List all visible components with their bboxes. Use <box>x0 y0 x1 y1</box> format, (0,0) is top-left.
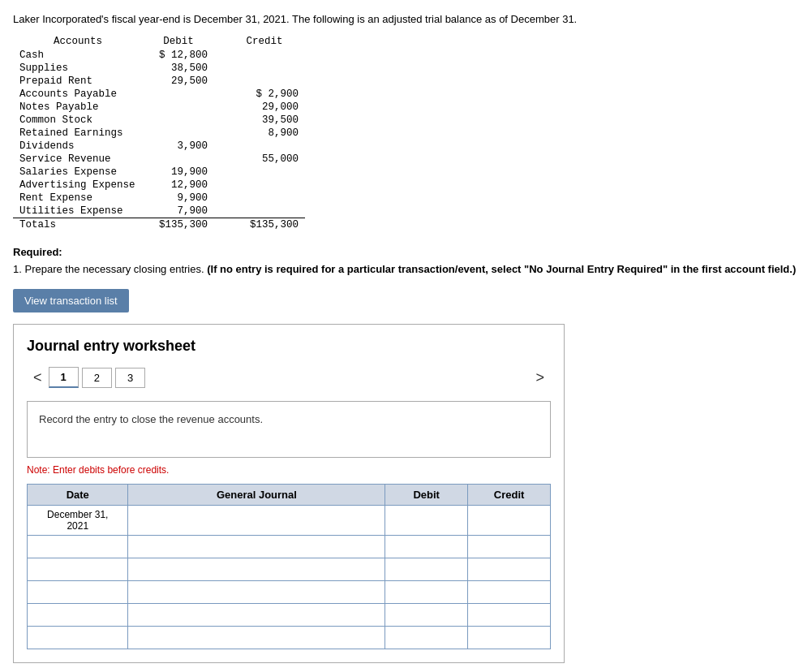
trial-balance-debit <box>143 153 224 166</box>
general-journal-column-header: General Journal <box>128 484 385 505</box>
trial-balance-account: Supplies <box>13 62 143 75</box>
date-column-header: Date <box>28 484 128 505</box>
trial-balance-credit <box>224 192 305 205</box>
journal-debit-cell[interactable] <box>385 535 468 558</box>
trial-balance-total-debit: $135,300 <box>143 218 224 232</box>
tab-navigation: < 1 2 3 > <box>27 366 551 390</box>
credit-input[interactable] <box>468 558 550 580</box>
general-journal-input[interactable] <box>128 536 385 558</box>
instruction-box: Record the entry to close the revenue ac… <box>27 401 551 458</box>
trial-balance-credit <box>224 62 305 75</box>
journal-debit-cell[interactable] <box>385 580 468 603</box>
debit-header: Debit <box>143 35 224 49</box>
trial-balance-debit <box>143 127 224 140</box>
debit-input[interactable] <box>385 581 467 603</box>
journal-debit-cell[interactable] <box>385 603 468 626</box>
trial-balance-credit: 39,500 <box>224 114 305 127</box>
tab-3[interactable]: 3 <box>115 368 145 388</box>
trial-balance-account: Cash <box>13 49 143 62</box>
journal-credit-cell[interactable] <box>468 580 551 603</box>
trial-balance-credit: 55,000 <box>224 153 305 166</box>
debit-input[interactable] <box>385 506 467 535</box>
required-section: Required: 1. Prepare the necessary closi… <box>13 246 799 278</box>
journal-credit-cell[interactable] <box>468 535 551 558</box>
trial-balance-credit <box>224 75 305 88</box>
trial-balance-account: Service Revenue <box>13 153 143 166</box>
journal-date-cell <box>28 535 128 558</box>
credit-column-header: Credit <box>468 484 551 505</box>
intro-text: Laker Incorporated's fiscal year-end is … <box>13 13 799 25</box>
debit-input[interactable] <box>385 604 467 626</box>
journal-date-cell <box>28 603 128 626</box>
journal-credit-cell[interactable] <box>468 505 551 535</box>
general-journal-input[interactable] <box>128 581 385 603</box>
instruction-text-content: Record the entry to close the revenue ac… <box>39 413 263 425</box>
journal-date-cell <box>28 558 128 580</box>
journal-debit-cell[interactable] <box>385 558 468 580</box>
trial-balance-credit <box>224 179 305 192</box>
account-header: Accounts <box>13 35 143 49</box>
trial-balance-debit: 7,900 <box>143 205 224 218</box>
debit-input[interactable] <box>385 627 467 649</box>
trial-balance-debit: 9,900 <box>143 192 224 205</box>
view-transaction-button[interactable]: View transaction list <box>13 289 129 312</box>
general-journal-input[interactable] <box>128 627 385 649</box>
general-journal-input[interactable] <box>128 506 385 535</box>
tab-1[interactable]: 1 <box>49 367 79 388</box>
instruction-bold: (If no entry is required for a particula… <box>207 263 796 275</box>
required-label: Required: <box>13 246 799 258</box>
worksheet-container: Journal entry worksheet < 1 2 3 > Record… <box>13 324 565 663</box>
tab-next-button[interactable]: > <box>529 366 551 390</box>
trial-balance-credit <box>224 140 305 153</box>
debit-input[interactable] <box>385 536 467 558</box>
trial-balance-debit: 12,900 <box>143 179 224 192</box>
trial-balance-credit <box>224 166 305 179</box>
trial-balance-account: Rent Expense <box>13 192 143 205</box>
note-text: Note: Enter debits before credits. <box>27 464 551 476</box>
trial-balance-credit <box>224 205 305 218</box>
journal-debit-cell[interactable] <box>385 505 468 535</box>
journal-credit-cell[interactable] <box>468 558 551 580</box>
journal-date-cell <box>28 626 128 649</box>
trial-balance-account: Prepaid Rent <box>13 75 143 88</box>
debit-input[interactable] <box>385 558 467 580</box>
credit-input[interactable] <box>468 581 550 603</box>
credit-input[interactable] <box>468 604 550 626</box>
trial-balance-credit: 8,900 <box>224 127 305 140</box>
journal-general-journal-cell[interactable] <box>128 603 385 626</box>
instruction-main: Prepare the necessary closing entries. <box>24 263 204 275</box>
worksheet-title: Journal entry worksheet <box>27 338 551 355</box>
trial-balance-credit: $ 2,900 <box>224 88 305 101</box>
journal-general-journal-cell[interactable] <box>128 535 385 558</box>
credit-input[interactable] <box>468 627 550 649</box>
journal-credit-cell[interactable] <box>468 626 551 649</box>
tab-prev-button[interactable]: < <box>27 366 49 390</box>
tab-2[interactable]: 2 <box>82 368 112 388</box>
journal-general-journal-cell[interactable] <box>128 580 385 603</box>
general-journal-input[interactable] <box>128 558 385 580</box>
journal-general-journal-cell[interactable] <box>128 558 385 580</box>
debit-column-header: Debit <box>385 484 468 505</box>
trial-balance-account: Utilities Expense <box>13 205 143 218</box>
journal-credit-cell[interactable] <box>468 603 551 626</box>
trial-balance-debit <box>143 114 224 127</box>
journal-general-journal-cell[interactable] <box>128 505 385 535</box>
journal-debit-cell[interactable] <box>385 626 468 649</box>
journal-general-journal-cell[interactable] <box>128 626 385 649</box>
trial-balance-debit: 19,900 <box>143 166 224 179</box>
trial-balance-account: Notes Payable <box>13 101 143 114</box>
trial-balance-account: Retained Earnings <box>13 127 143 140</box>
credit-header: Credit <box>224 35 305 49</box>
trial-balance-debit <box>143 88 224 101</box>
general-journal-input[interactable] <box>128 604 385 626</box>
trial-balance-debit: 3,900 <box>143 140 224 153</box>
trial-balance-account: Accounts Payable <box>13 88 143 101</box>
trial-balance-account: Dividends <box>13 140 143 153</box>
journal-date-cell: December 31,2021 <box>28 505 128 535</box>
journal-date-cell <box>28 580 128 603</box>
trial-balance-account: Salaries Expense <box>13 166 143 179</box>
credit-input[interactable] <box>468 536 550 558</box>
trial-balance-total-credit: $135,300 <box>224 218 305 232</box>
credit-input[interactable] <box>468 506 550 535</box>
trial-balance-debit: 38,500 <box>143 62 224 75</box>
